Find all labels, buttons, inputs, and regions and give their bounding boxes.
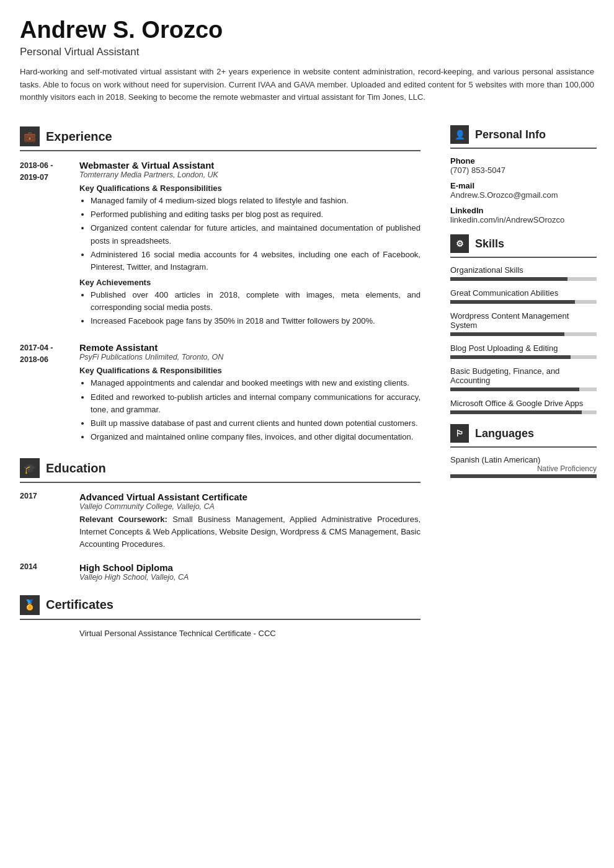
email-value: Andrew.S.Orozco@gmail.com bbox=[450, 190, 597, 200]
exp-qual-list-2: Managed appointments and calendar and bo… bbox=[79, 377, 420, 443]
lang-bar-bg-0 bbox=[450, 474, 597, 478]
skill-item-1: Great Communication Abilities bbox=[450, 288, 597, 304]
skill-bar-bg-2 bbox=[450, 332, 597, 336]
linkedin-label: LinkedIn bbox=[450, 206, 597, 215]
linkedin-item: LinkedIn linkedin.com/in/AndrewSOrozco bbox=[450, 206, 597, 224]
exp-achieve-list-1: Published over 400 articles in 2018, com… bbox=[79, 289, 420, 327]
lang-level-0: Native Proficiency bbox=[450, 464, 597, 473]
skill-bar-bg-4 bbox=[450, 388, 597, 391]
candidate-summary: Hard-working and self-motivated virtual … bbox=[20, 66, 594, 104]
experience-entry-2: 2017-04 -2018-06 Remote Assistant PsyFi … bbox=[20, 342, 420, 445]
lang-item-0: Spanish (Latin American) Native Proficie… bbox=[450, 455, 597, 478]
exp-content-1: Webmaster & Virtual Assistant Tomterrany… bbox=[79, 160, 420, 329]
lang-name-0: Spanish (Latin American) bbox=[450, 455, 597, 464]
experience-section-title: 💼 Experience bbox=[20, 126, 420, 146]
skills-title: ⚙ Skills bbox=[450, 234, 597, 253]
main-layout: 💼 Experience 2018-06 -2019-07 Webmaster … bbox=[0, 115, 614, 663]
skill-bar-fill-3 bbox=[450, 355, 571, 359]
exp-qual-list-1: Managed family of 4 medium-sized blogs r… bbox=[79, 195, 420, 273]
languages-title: 🏳 Languages bbox=[450, 424, 597, 443]
list-item: Performed publishing and editing tasks p… bbox=[91, 208, 420, 221]
edu-year-1: 2017 bbox=[20, 492, 69, 551]
education-entry-2: 2014 High School Diploma Vallejo High Sc… bbox=[20, 562, 420, 584]
skill-name-1: Great Communication Abilities bbox=[450, 288, 597, 298]
skill-bar-fill-0 bbox=[450, 277, 567, 281]
languages-label: Languages bbox=[475, 427, 534, 440]
skill-item-4: Basic Budgeting, Finance, and Accounting bbox=[450, 366, 597, 391]
skill-name-0: Organizational Skills bbox=[450, 265, 597, 275]
skill-bar-fill-4 bbox=[450, 388, 579, 391]
header: Andrew S. Orozco Personal Virtual Assist… bbox=[0, 0, 614, 115]
experience-divider bbox=[20, 150, 420, 151]
candidate-name: Andrew S. Orozco bbox=[20, 17, 594, 43]
personal-info-label: Personal Info bbox=[475, 128, 546, 141]
lang-bar-fill-0 bbox=[450, 474, 597, 478]
candidate-title: Personal Virtual Assistant bbox=[20, 46, 594, 58]
skill-name-4: Basic Budgeting, Finance, and Accounting bbox=[450, 366, 597, 385]
edu-content-1: Advanced Virtual Assistant Certificate V… bbox=[79, 492, 420, 551]
list-item: Built up massive database of past and cu… bbox=[91, 417, 420, 430]
experience-entry-1: 2018-06 -2019-07 Webmaster & Virtual Ass… bbox=[20, 160, 420, 329]
cert-text-1: Virtual Personal Assistance Technical Ce… bbox=[79, 629, 276, 638]
list-item: Managed appointments and calendar and bo… bbox=[91, 377, 420, 389]
edu-school-1: Vallejo Community College, Vallejo, CA bbox=[79, 502, 420, 511]
left-column: 💼 Experience 2018-06 -2019-07 Webmaster … bbox=[0, 115, 440, 644]
skills-icon: ⚙ bbox=[450, 234, 469, 253]
exp-company-1: Tomterrany Media Partners, London, UK bbox=[79, 170, 420, 179]
personal-info-title: 👤 Personal Info bbox=[450, 125, 597, 144]
list-item: Organized and maintained online company … bbox=[91, 431, 420, 443]
skill-name-5: Microsoft Office & Google Drive Apps bbox=[450, 399, 597, 408]
exp-achieve-heading-1: Key Achievements bbox=[79, 278, 420, 287]
education-icon: 🎓 bbox=[20, 458, 40, 478]
exp-dates-1: 2018-06 -2019-07 bbox=[20, 160, 69, 329]
email-item: E-mail Andrew.S.Orozco@gmail.com bbox=[450, 181, 597, 200]
exp-title-2: Remote Assistant bbox=[79, 342, 420, 353]
education-entry-1: 2017 Advanced Virtual Assistant Certific… bbox=[20, 492, 420, 551]
certificates-divider bbox=[20, 619, 420, 620]
cert-spacer bbox=[20, 629, 69, 638]
languages-divider bbox=[450, 446, 597, 448]
languages-icon: 🏳 bbox=[450, 424, 469, 443]
personal-info-icon: 👤 bbox=[450, 125, 469, 144]
experience-label: Experience bbox=[46, 130, 112, 144]
right-column: 👤 Personal Info Phone (707) 853-5047 E-m… bbox=[440, 115, 614, 644]
education-label: Education bbox=[46, 461, 106, 476]
list-item: Managed family of 4 medium-sized blogs r… bbox=[91, 195, 420, 207]
skill-bar-fill-1 bbox=[450, 300, 575, 304]
phone-item: Phone (707) 853-5047 bbox=[450, 156, 597, 175]
skill-bar-bg-1 bbox=[450, 300, 597, 304]
list-item: Published over 400 articles in 2018, com… bbox=[91, 289, 420, 314]
education-section-title: 🎓 Education bbox=[20, 458, 420, 478]
exp-title-1: Webmaster & Virtual Assistant bbox=[79, 160, 420, 170]
skill-bar-bg-3 bbox=[450, 355, 597, 359]
skills-label: Skills bbox=[475, 237, 504, 250]
edu-coursework-label-1: Relevant Coursework: bbox=[79, 515, 167, 524]
exp-qual-heading-2: Key Qualifications & Responsibilities bbox=[79, 366, 420, 375]
edu-degree-2: High School Diploma bbox=[79, 562, 189, 573]
list-item: Edited and reworked to-publish articles … bbox=[91, 391, 420, 416]
experience-icon: 💼 bbox=[20, 126, 40, 146]
list-item: Increased Facebook page fans by 350% in … bbox=[91, 315, 420, 327]
linkedin-value: linkedin.com/in/AndrewSOrozco bbox=[450, 215, 597, 224]
edu-school-2: Vallejo High School, Vallejo, CA bbox=[79, 573, 189, 582]
skill-item-0: Organizational Skills bbox=[450, 265, 597, 281]
skill-bar-bg-5 bbox=[450, 410, 597, 414]
certificates-section-title: 🏅 Certificates bbox=[20, 595, 420, 615]
certificates-label: Certificates bbox=[46, 598, 113, 612]
skill-bar-fill-5 bbox=[450, 410, 582, 414]
exp-qual-heading-1: Key Qualifications & Responsibilities bbox=[79, 184, 420, 193]
phone-label: Phone bbox=[450, 156, 597, 166]
skill-item-2: Wordpress Content Management System bbox=[450, 311, 597, 336]
skill-name-2: Wordpress Content Management System bbox=[450, 311, 597, 330]
exp-company-2: PsyFi Publications Unlimited, Toronto, O… bbox=[79, 353, 420, 361]
exp-content-2: Remote Assistant PsyFi Publications Unli… bbox=[79, 342, 420, 445]
edu-degree-1: Advanced Virtual Assistant Certificate bbox=[79, 492, 420, 502]
skill-item-3: Blog Post Uploading & Editing bbox=[450, 343, 597, 359]
certificates-icon: 🏅 bbox=[20, 595, 40, 615]
education-divider bbox=[20, 482, 420, 483]
list-item: Organized content calendar for future ar… bbox=[91, 222, 420, 247]
email-label: E-mail bbox=[450, 181, 597, 190]
edu-coursework-1: Relevant Coursework: Small Business Mana… bbox=[79, 513, 420, 551]
skill-bar-fill-2 bbox=[450, 332, 564, 336]
phone-value: (707) 853-5047 bbox=[450, 166, 597, 175]
